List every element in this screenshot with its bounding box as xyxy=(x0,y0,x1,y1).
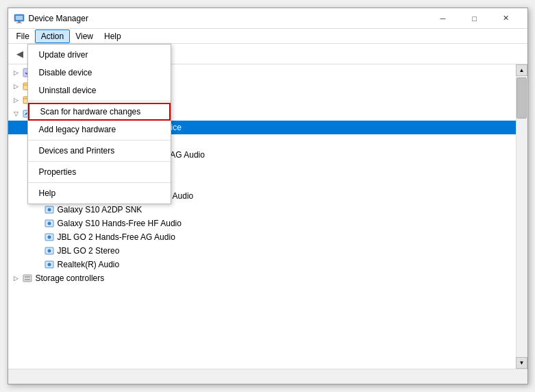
menu-disable-device[interactable]: Disable device xyxy=(28,64,171,82)
expand-icon-realtek xyxy=(33,259,44,270)
tree-node-galaxy-s10-hf[interactable]: Galaxy S10 Hands-Free HF Audio xyxy=(8,217,516,230)
svg-point-38 xyxy=(47,249,51,253)
galaxy-s10-hf-label: Galaxy S10 Hands-Free HF Audio xyxy=(58,219,182,228)
expand-icon-sw-devices: ▷ xyxy=(11,95,22,106)
toolbar-back[interactable]: ◀ xyxy=(11,46,29,62)
storage-controllers-label: Storage controllers xyxy=(36,273,105,283)
tree-node-realtek-audio[interactable]: Realtek(R) Audio xyxy=(8,258,516,271)
maximize-button[interactable]: □ xyxy=(459,8,490,29)
titlebar-controls: ─ □ ✕ xyxy=(427,8,522,29)
window-title: Device Manager xyxy=(29,14,88,23)
galaxy-s10-hf-icon xyxy=(44,218,55,229)
menu-properties[interactable]: Properties xyxy=(28,163,171,181)
svg-rect-41 xyxy=(23,275,32,282)
svg-point-40 xyxy=(47,263,51,267)
svg-point-32 xyxy=(47,208,51,212)
realtek-audio-label: Realtek(R) Audio xyxy=(58,260,120,269)
expand-icon-sound: ▽ xyxy=(11,108,22,119)
expand-icon-galaxy-s10-snk xyxy=(33,204,44,215)
svg-point-36 xyxy=(47,236,51,239)
svg-rect-3 xyxy=(16,23,22,23)
storage-controllers-icon xyxy=(22,273,33,284)
minimize-button[interactable]: ─ xyxy=(427,8,459,29)
jbl-go2-hf-label: JBL GO 2 Hands-Free AG Audio xyxy=(58,232,175,242)
app-icon xyxy=(14,13,25,24)
separator-2 xyxy=(28,140,171,140)
jbl-go2-stereo-icon xyxy=(44,245,55,256)
scrollbar-up-btn[interactable]: ▲ xyxy=(516,64,527,76)
menu-scan-hardware[interactable]: Scan for hardware changes xyxy=(28,103,171,121)
menu-help-action[interactable]: Help xyxy=(28,184,171,202)
galaxy-s10-snk-icon xyxy=(44,204,55,215)
menu-devices-printers[interactable]: Devices and Printers xyxy=(28,142,171,160)
galaxy-s10-snk-label: Galaxy S10 A2DP SNK xyxy=(58,205,142,215)
jbl-go2-stereo-label: JBL GO 2 Stereo xyxy=(58,246,120,256)
tree-node-jbl-go2-stereo[interactable]: JBL GO 2 Stereo xyxy=(8,244,516,258)
menubar: File Action View Help Update driver Disa… xyxy=(8,29,527,44)
menu-add-legacy[interactable]: Add legacy hardware xyxy=(28,121,171,138)
menu-file[interactable]: File xyxy=(11,30,35,42)
menu-view[interactable]: View xyxy=(70,30,99,42)
svg-point-34 xyxy=(47,222,51,225)
titlebar: Device Manager ─ □ ✕ xyxy=(8,8,527,29)
menu-uninstall-device[interactable]: Uninstall device xyxy=(28,82,171,99)
svg-rect-1 xyxy=(16,16,23,20)
action-dropdown-menu: Update driver Disable device Uninstall d… xyxy=(27,44,171,204)
vertical-scrollbar[interactable]: ▲ ▼ xyxy=(516,64,527,369)
statusbar xyxy=(8,369,527,384)
expand-icon-sw-components: ▷ xyxy=(11,81,22,92)
scrollbar-down-btn[interactable]: ▼ xyxy=(516,357,527,369)
expand-icon-jbl-stereo xyxy=(33,245,44,256)
expand-icon-storage: ▷ xyxy=(11,273,22,284)
separator-4 xyxy=(28,182,171,183)
menu-action[interactable]: Action xyxy=(35,29,70,43)
menu-help[interactable]: Help xyxy=(99,30,127,42)
tree-node-storage-controllers[interactable]: ▷ Storage controllers xyxy=(8,271,516,285)
tree-node-galaxy-s10-snk[interactable]: Galaxy S10 A2DP SNK xyxy=(8,203,516,217)
tree-node-jbl-go2-hf[interactable]: JBL GO 2 Hands-Free AG Audio xyxy=(8,230,516,244)
jbl-go2-hf-icon xyxy=(44,232,55,243)
svg-rect-42 xyxy=(25,276,30,278)
expand-icon-security: ▷ xyxy=(11,67,22,78)
separator-3 xyxy=(28,161,171,162)
svg-rect-2 xyxy=(18,21,21,23)
menu-update-driver[interactable]: Update driver xyxy=(28,46,171,64)
expand-icon-galaxy-s10-hf xyxy=(33,218,44,229)
separator-1 xyxy=(28,101,171,101)
expand-icon-jbl-hf xyxy=(33,232,44,243)
close-button[interactable]: ✕ xyxy=(490,8,522,29)
device-manager-window: Device Manager ─ □ ✕ File Action View He… xyxy=(8,8,528,384)
scrollbar-thumb[interactable] xyxy=(517,77,527,119)
titlebar-left: Device Manager xyxy=(14,13,88,24)
svg-rect-43 xyxy=(25,279,30,280)
realtek-audio-icon xyxy=(44,259,55,270)
